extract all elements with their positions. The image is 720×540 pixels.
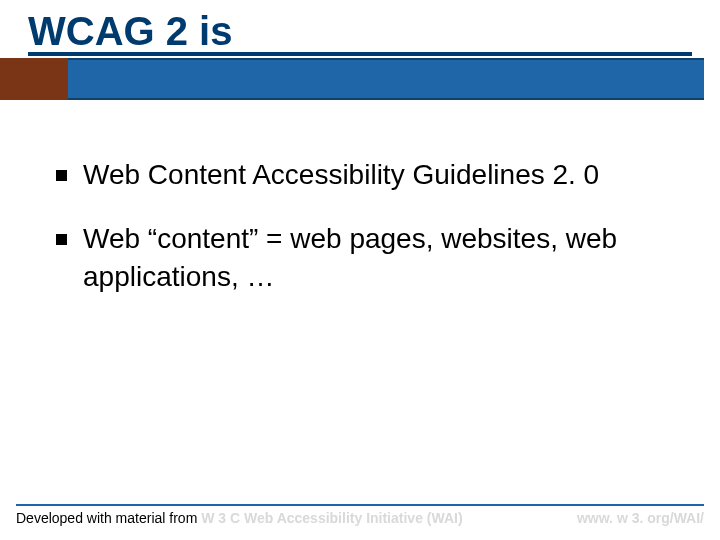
slide-body: Web Content Accessibility Guidelines 2. …	[0, 126, 720, 295]
footer-url: www. w 3. org/WAI/	[577, 510, 704, 526]
footer-attribution: Developed with material from W 3 C Web A…	[16, 510, 463, 526]
bullet-marker-icon	[56, 170, 67, 181]
footer-org: W 3 C Web Accessibility Initiative (WAI)	[201, 510, 462, 526]
bullet-text: Web Content Accessibility Guidelines 2. …	[83, 156, 599, 194]
slide-header: WCAG 2 is	[0, 0, 720, 56]
footer-prefix: Developed with material from	[16, 510, 201, 526]
bullet-text: Web “content” = web pages, websites, web…	[83, 220, 680, 296]
bullet-item: Web “content” = web pages, websites, web…	[56, 220, 680, 296]
accent-block	[0, 58, 68, 100]
header-bar	[0, 58, 720, 100]
bullet-marker-icon	[56, 234, 67, 245]
bullet-item: Web Content Accessibility Guidelines 2. …	[56, 156, 680, 194]
slide-footer: Developed with material from W 3 C Web A…	[16, 504, 704, 526]
blue-bar	[68, 58, 704, 100]
slide-title: WCAG 2 is	[28, 10, 692, 56]
